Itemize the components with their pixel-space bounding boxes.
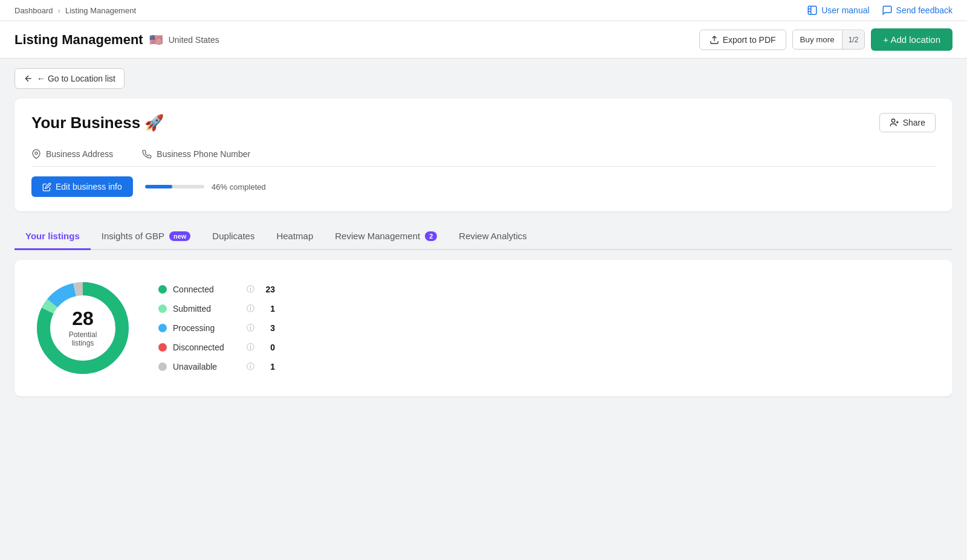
legend-count-connected: 23	[260, 285, 275, 294]
business-address-item: Business Address	[31, 149, 113, 159]
tab-label-review-analytics: Review Analytics	[459, 231, 527, 241]
header-buttons: Export to PDF Buy more 1/2 + Add locatio…	[699, 28, 952, 51]
buy-more-button[interactable]: Buy more 1/2	[792, 30, 865, 50]
tab-label-your-listings: Your listings	[25, 231, 80, 241]
legend-name-unavailable: Unavailable	[173, 362, 239, 372]
legend-count-processing: 3	[260, 323, 275, 333]
legend-name-connected: Connected	[173, 285, 239, 294]
svg-rect-0	[808, 6, 817, 14]
donut-total: 28	[57, 309, 109, 328]
edit-business-info-label: Edit business info	[56, 182, 122, 191]
tab-label-review-management: Review Management	[335, 231, 420, 241]
add-location-label: + Add location	[883, 34, 940, 45]
edit-business-info-button[interactable]: Edit business info	[31, 176, 133, 197]
buy-more-badge: 1/2	[842, 31, 865, 49]
top-bar-actions: User manual Send feedback	[807, 5, 952, 16]
legend-dot-connected	[158, 285, 167, 294]
legend-name-submitted: Submitted	[173, 304, 239, 314]
legend-dot-submitted	[158, 304, 167, 313]
chat-icon	[882, 5, 893, 16]
legend: Connectedⓘ23Submittedⓘ1Processingⓘ3Disco…	[158, 284, 275, 372]
user-manual-label: User manual	[821, 5, 869, 15]
breadcrumb-separator: ›	[58, 6, 60, 15]
user-manual-link[interactable]: User manual	[807, 5, 869, 16]
donut-label: Potential listings	[57, 330, 109, 347]
legend-info-icon-disconnected[interactable]: ⓘ	[247, 342, 254, 353]
top-bar: Dashboard › Listing Management User manu…	[0, 0, 967, 21]
progress-bar-container: 46% completed	[145, 182, 266, 191]
tab-label-insights-gbp: Insights of GBP	[102, 231, 164, 241]
page-title: Listing Management 🇺🇸 United States	[15, 32, 219, 48]
upload-icon	[710, 35, 719, 45]
business-footer: Edit business info 46% completed	[31, 176, 936, 197]
send-feedback-label: Send feedback	[896, 5, 952, 15]
tab-label-heatmap: Heatmap	[276, 231, 313, 241]
tabs-row: Your listingsInsights of GBPnewDuplicate…	[15, 224, 952, 250]
business-info-row: Business Address Business Phone Number	[31, 142, 936, 167]
country-label: United States	[169, 35, 219, 45]
tab-heatmap[interactable]: Heatmap	[265, 224, 324, 250]
legend-count-unavailable: 1	[260, 362, 275, 372]
business-card-header: Your Business 🚀 Share	[31, 113, 936, 132]
legend-info-icon-connected[interactable]: ⓘ	[247, 284, 254, 295]
back-to-location-list-button[interactable]: ← Go to Location list	[15, 68, 125, 89]
breadcrumb-dashboard[interactable]: Dashboard	[15, 6, 53, 15]
donut-chart: 28 Potential listings	[31, 277, 134, 379]
legend-item-unavailable: Unavailableⓘ1	[158, 361, 275, 372]
legend-item-disconnected: Disconnectedⓘ0	[158, 342, 275, 353]
export-pdf-button[interactable]: Export to PDF	[699, 30, 786, 50]
send-feedback-link[interactable]: Send feedback	[882, 5, 952, 16]
svg-point-6	[891, 119, 894, 122]
tabs-section: Your listingsInsights of GBPnewDuplicate…	[15, 224, 952, 250]
legend-info-icon-unavailable[interactable]: ⓘ	[247, 361, 254, 372]
legend-dot-unavailable	[158, 362, 167, 371]
legend-info-icon-submitted[interactable]: ⓘ	[247, 303, 254, 314]
svg-point-9	[35, 152, 37, 155]
tab-badge-insights-gbp: new	[169, 231, 190, 241]
listings-card: 28 Potential listings Connectedⓘ23Submit…	[15, 260, 952, 396]
buy-more-label: Buy more	[793, 30, 842, 49]
progress-label: 46% completed	[212, 182, 266, 191]
tab-review-management[interactable]: Review Management2	[324, 224, 448, 250]
location-pin-icon	[31, 149, 41, 159]
tab-badge-review-management: 2	[425, 231, 437, 241]
share-button-label: Share	[903, 118, 925, 127]
add-location-button[interactable]: + Add location	[871, 28, 952, 51]
share-button[interactable]: Share	[879, 113, 936, 132]
business-phone-item: Business Phone Number	[142, 149, 250, 159]
phone-icon	[142, 149, 152, 159]
legend-count-submitted: 1	[260, 304, 275, 314]
legend-info-icon-processing[interactable]: ⓘ	[247, 323, 254, 333]
back-button-label: ← Go to Location list	[37, 74, 115, 83]
legend-count-disconnected: 0	[260, 343, 275, 352]
business-name: Your Business 🚀	[31, 114, 164, 132]
legend-dot-disconnected	[158, 343, 167, 352]
pencil-icon	[42, 182, 51, 191]
legend-item-submitted: Submittedⓘ1	[158, 303, 275, 314]
legend-item-connected: Connectedⓘ23	[158, 284, 275, 295]
breadcrumb-current: Listing Management	[65, 6, 136, 15]
legend-name-processing: Processing	[173, 323, 239, 333]
business-address: Business Address	[46, 149, 113, 159]
flag-icon: 🇺🇸	[149, 33, 163, 47]
legend-name-disconnected: Disconnected	[173, 343, 239, 352]
breadcrumb: Dashboard › Listing Management	[15, 6, 136, 15]
progress-bar-track	[145, 185, 204, 188]
progress-bar-fill	[145, 185, 172, 188]
arrow-left-icon	[24, 74, 33, 83]
legend-dot-processing	[158, 324, 167, 332]
tab-your-listings[interactable]: Your listings	[15, 224, 91, 250]
tab-insights-gbp[interactable]: Insights of GBPnew	[91, 224, 202, 250]
tab-duplicates[interactable]: Duplicates	[201, 224, 265, 250]
donut-center: 28 Potential listings	[57, 309, 109, 347]
content-area: ← Go to Location list Your Business 🚀 Sh…	[0, 59, 967, 406]
business-phone: Business Phone Number	[157, 149, 250, 159]
header-section: Listing Management 🇺🇸 United States Expo…	[0, 21, 967, 59]
business-card: Your Business 🚀 Share Business Address B…	[15, 98, 952, 211]
page-title-text: Listing Management	[15, 32, 143, 48]
export-pdf-label: Export to PDF	[723, 35, 776, 45]
tab-review-analytics[interactable]: Review Analytics	[448, 224, 538, 250]
share-icon	[890, 118, 899, 127]
book-icon	[807, 5, 818, 16]
legend-item-processing: Processingⓘ3	[158, 323, 275, 333]
